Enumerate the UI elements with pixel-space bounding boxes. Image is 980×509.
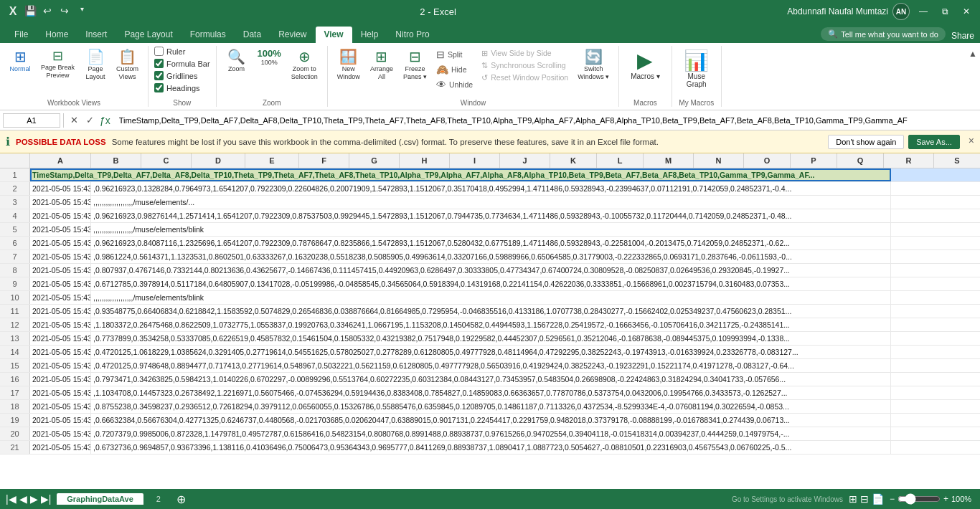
unhide-button[interactable]: 👁 Unhide — [433, 77, 476, 92]
switchwindows-button[interactable]: 🔄 SwitchWindows ▾ — [574, 46, 613, 83]
cell-A16[interactable]: 2021-05-05 15:43:52.126 — [30, 373, 91, 386]
col-header-F[interactable]: F — [299, 153, 349, 168]
col-header-O[interactable]: O — [744, 153, 791, 168]
cell-A12[interactable]: 2021-05-05 15:43:48.023 — [30, 318, 91, 331]
zoom-button[interactable]: 🔍 Zoom — [222, 46, 251, 75]
tab-pagelayout[interactable]: Page Layout — [116, 27, 181, 43]
cell-A14[interactable]: 2021-05-05 15:43:50.081 — [30, 346, 91, 358]
macros-button[interactable]: ▶ Macros ▾ — [625, 46, 666, 83]
cell-A2[interactable]: 2021-05-05 15:43:40.920 — [30, 182, 91, 195]
newwindow-button[interactable]: 🪟 NewWindow — [334, 46, 364, 83]
tab-home[interactable]: Home — [37, 27, 77, 43]
cell-B2[interactable]: ,0.96216923,0.1328284,0.7964973,1.654120… — [91, 182, 891, 195]
zoom-out-button[interactable]: − — [890, 494, 895, 504]
cell-rest10[interactable]: ,,,,,,,,,,,,,,,,,,,/muse/elements/blink — [91, 291, 891, 304]
cell-rest3[interactable]: ,,,,,,,,,,,,,,,,,,,/muse/elements/... — [91, 196, 891, 209]
customize-qa-button[interactable]: ▾ — [75, 5, 89, 18]
cell-A13[interactable]: 2021-05-05 15:43:49.049 — [30, 332, 91, 345]
gridlines-checkbox[interactable] — [154, 71, 164, 80]
cell-rest11[interactable]: ,0.93548775,0.66406834,0.6218842,1.15835… — [91, 305, 891, 318]
cell-rest20[interactable]: ,0.7207379,0.9985006,0.872328,1.1479781,… — [91, 427, 891, 440]
customviews-button[interactable]: 📋 CustomViews — [113, 46, 142, 83]
tell-me-box[interactable]: 🔍 Tell me what you want to do — [821, 27, 946, 41]
cell-rest16[interactable]: ,0.7973471,0.34263825,0.5984213,1.014022… — [91, 373, 891, 386]
cell-rest14[interactable]: ,0.4720125,1.0618229,1.0385624,0.3291405… — [91, 346, 891, 358]
cell-rest4[interactable]: ,0.96216923,0.98276144,1.2571414,1.65412… — [91, 209, 891, 222]
zoom-in-button[interactable]: + — [943, 494, 948, 504]
cell-rest6[interactable]: ,0.96216923,0.84087116,1.2325696,1.65412… — [91, 237, 891, 249]
col-header-M[interactable]: M — [644, 153, 694, 168]
pagebreak-view-button[interactable]: ⊟ Page BreakPreview — [37, 46, 78, 82]
redo-qa-button[interactable]: ↪ — [57, 5, 72, 18]
normal-view-button[interactable]: ⊞ Normal — [6, 46, 34, 75]
gridlines-checkbox-row[interactable]: Gridlines — [154, 70, 197, 81]
split-button[interactable]: ⊟ Split — [433, 47, 476, 62]
cell-A7[interactable]: 2021-05-05 15:43:43.954 — [30, 250, 91, 263]
cell-A6[interactable]: 2021-05-05 15:43:42.943 — [30, 237, 91, 249]
cell-A17[interactable]: 2021-05-05 15:43:53.157 — [30, 386, 91, 399]
headings-checkbox-row[interactable]: Headings — [154, 82, 199, 93]
cell-A5[interactable]: 2021-05-05 15:43:42.094 — [30, 223, 91, 236]
col-header-I[interactable]: I — [450, 153, 500, 168]
share-button[interactable]: Share — [951, 31, 974, 41]
tab-prev-button[interactable]: ◀ — [19, 493, 27, 505]
col-header-R[interactable]: R — [884, 153, 934, 168]
cell-rest15[interactable]: ,0.4720125,0.9748648,0.8894477,0.717413,… — [91, 359, 891, 372]
add-sheet-button[interactable]: ⊕ — [176, 493, 186, 506]
cell-reference-input[interactable] — [3, 113, 60, 128]
formulabar-checkbox[interactable] — [154, 59, 164, 68]
cell-rest12[interactable]: ,1.1803372,0.26475468,0.8622509,1.073277… — [91, 318, 891, 331]
col-header-L[interactable]: L — [597, 153, 644, 168]
info-close-button[interactable]: × — [969, 135, 974, 149]
restore-button[interactable]: ⧉ — [937, 4, 953, 19]
tab-formulas[interactable]: Formulas — [182, 27, 235, 43]
cancel-formula-button[interactable]: ✕ — [67, 115, 81, 125]
undo-qa-button[interactable]: ↩ — [40, 5, 55, 18]
col-header-Q[interactable]: Q — [837, 153, 884, 168]
save-as-button[interactable]: Save As... — [908, 135, 960, 149]
cell-A21[interactable]: 2021-05-05 15:43:57.190 — [30, 441, 91, 454]
ruler-checkbox[interactable] — [154, 47, 164, 56]
col-header-E[interactable]: E — [245, 153, 299, 168]
viewside-button[interactable]: ⊞ View Side by Side — [479, 47, 571, 59]
tab-view[interactable]: View — [316, 27, 352, 43]
cell-rest17[interactable]: ,1.1034708,0.14457323,0.26738492,1.22169… — [91, 386, 891, 399]
col-header-B[interactable]: B — [91, 153, 141, 168]
col-header-N[interactable]: N — [694, 153, 744, 168]
formulabar-checkbox-row[interactable]: Formula Bar — [154, 58, 210, 69]
cell-A8[interactable]: 2021-05-05 15:43:44.960 — [30, 264, 91, 277]
cell-A15[interactable]: 2021-05-05 15:43:51.110 — [30, 359, 91, 372]
hide-button[interactable]: 🙈 Hide — [433, 62, 476, 77]
cell-rest13[interactable]: ,0.7737899,0.3534258,0.53337085,0.622651… — [91, 332, 891, 345]
normal-view-mode-button[interactable]: ⊞ — [849, 493, 857, 505]
tab-insert[interactable]: Insert — [77, 27, 116, 43]
cell-A18[interactable]: 2021-05-05 15:43:54.170 — [30, 400, 91, 413]
formula-input[interactable] — [116, 116, 977, 125]
confirm-formula-button[interactable]: ✓ — [83, 115, 97, 125]
pagelayout-view-button[interactable]: 📄 PageLayout — [81, 46, 110, 83]
pagelayout-view-mode-button[interactable]: 📄 — [872, 493, 884, 505]
headings-checkbox[interactable] — [154, 83, 164, 92]
cell-rest8[interactable]: ,0.807937,0.4767146,0.7332144,0.80213636… — [91, 264, 891, 277]
zoom100-button[interactable]: 100% 100% — [254, 46, 285, 69]
cell-A20[interactable]: 2021-05-05 15:43:56.188 — [30, 427, 91, 440]
col-header-K[interactable]: K — [550, 153, 597, 168]
freezepanes-button[interactable]: ⊟ FreezePanes ▾ — [400, 46, 430, 83]
tab-review[interactable]: Review — [270, 27, 315, 43]
tab-help[interactable]: Help — [352, 27, 387, 43]
cell-rest9[interactable]: ,0.6712785,0.3978914,0.5117184,0.6480590… — [91, 277, 891, 290]
cell-A1[interactable]: TimeStamp,Delta_TP9,Delta_AF7,Delta_AF8,… — [30, 168, 891, 181]
pagebreak-view-mode-button[interactable]: ⊟ — [860, 493, 869, 505]
sheet-tab-2[interactable]: 2 — [149, 493, 168, 505]
tab-nitro[interactable]: Nitro Pro — [387, 27, 438, 43]
close-button[interactable]: ✕ — [958, 4, 974, 19]
zoom-slider[interactable] — [897, 493, 941, 505]
minimize-button[interactable]: — — [915, 4, 931, 19]
col-header-J[interactable]: J — [500, 153, 550, 168]
cell-rest21[interactable]: ,0.6732736,0.9694857,0.93673396,1.138116… — [91, 441, 891, 454]
tab-file[interactable]: File — [6, 27, 37, 43]
col-header-D[interactable]: D — [192, 153, 245, 168]
dont-show-again-button[interactable]: Don't show again — [828, 135, 904, 149]
col-header-H[interactable]: H — [400, 153, 450, 168]
tab-last-button[interactable]: ▶| — [41, 493, 52, 505]
